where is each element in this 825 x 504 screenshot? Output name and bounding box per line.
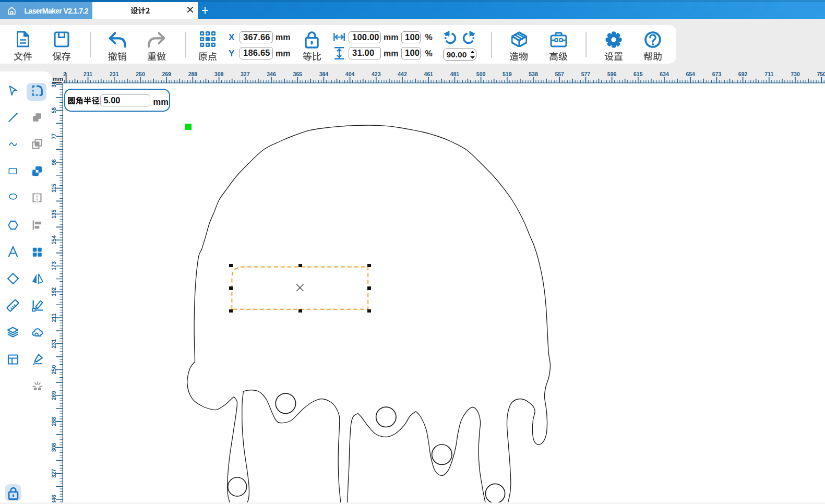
- svg-text:154: 154: [51, 235, 57, 245]
- svg-text:269: 269: [51, 391, 57, 400]
- svg-text:673: 673: [712, 71, 722, 77]
- svg-text:404: 404: [345, 71, 355, 77]
- svg-text:481: 481: [450, 71, 460, 77]
- svg-text:346: 346: [51, 495, 57, 502]
- svg-text:327: 327: [51, 469, 57, 478]
- svg-text:596: 596: [607, 71, 617, 77]
- svg-text:250: 250: [136, 71, 145, 77]
- svg-text:711: 711: [764, 71, 773, 77]
- svg-text:192: 192: [51, 287, 57, 296]
- svg-text:38: 38: [51, 83, 57, 88]
- svg-text:211: 211: [51, 313, 57, 322]
- svg-text:135: 135: [51, 209, 57, 219]
- svg-text:288: 288: [51, 417, 57, 426]
- svg-text:173: 173: [51, 261, 57, 271]
- svg-text:654: 654: [686, 71, 695, 77]
- svg-text:308: 308: [214, 71, 224, 77]
- svg-text:692: 692: [738, 71, 748, 77]
- svg-text:730: 730: [791, 71, 800, 77]
- svg-text:384: 384: [319, 71, 329, 77]
- svg-text:538: 538: [529, 71, 538, 77]
- svg-text:557: 557: [555, 71, 564, 77]
- svg-text:288: 288: [188, 71, 198, 77]
- svg-text:115: 115: [51, 184, 57, 193]
- svg-text:211: 211: [83, 71, 92, 77]
- svg-text:250: 250: [51, 365, 57, 375]
- svg-text:308: 308: [51, 443, 57, 452]
- svg-text:346: 346: [267, 71, 276, 77]
- svg-text:500: 500: [476, 71, 486, 77]
- svg-text:58: 58: [51, 107, 57, 114]
- svg-text:327: 327: [241, 71, 250, 77]
- svg-text:77: 77: [51, 133, 57, 139]
- svg-text:750: 750: [817, 71, 825, 77]
- svg-text:96: 96: [51, 159, 57, 165]
- svg-text:634: 634: [660, 71, 669, 77]
- svg-text:423: 423: [372, 71, 381, 77]
- svg-text:442: 442: [398, 71, 407, 77]
- svg-text:231: 231: [51, 339, 57, 349]
- svg-text:365: 365: [293, 71, 302, 77]
- svg-text:577: 577: [581, 71, 591, 77]
- svg-text:231: 231: [110, 71, 119, 77]
- svg-text:519: 519: [503, 71, 512, 77]
- svg-text:mm: mm: [53, 76, 63, 82]
- svg-text:269: 269: [162, 71, 171, 77]
- svg-text:461: 461: [424, 71, 433, 77]
- svg-text:615: 615: [633, 71, 643, 77]
